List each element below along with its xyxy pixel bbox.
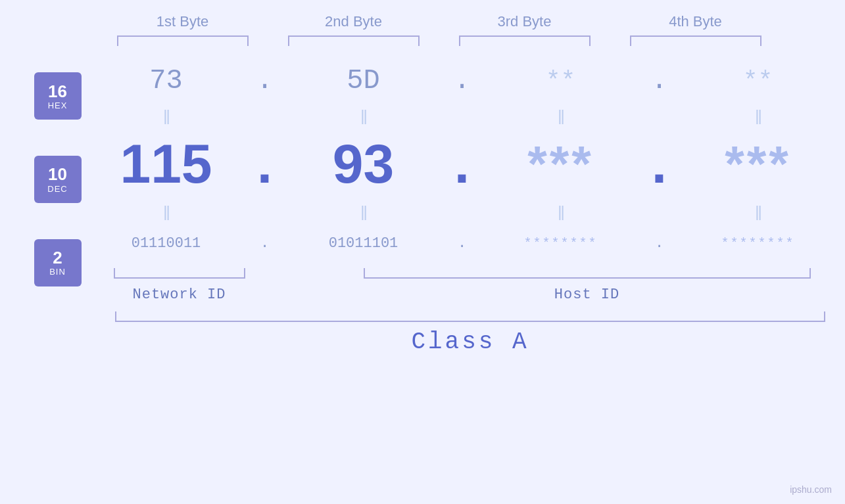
dec-dot2: . [449,132,475,196]
byte-header-1: 1st Byte [110,13,255,30]
top-bracket-4 [630,35,761,46]
bin-badge-number: 2 [53,248,62,267]
top-bracket-3 [459,35,591,46]
eq2-b4: || [686,202,831,221]
eq1-b1: || [94,106,239,125]
byte-header-4: 4th Byte [623,13,768,30]
bottom-bracket-host [364,268,811,279]
hex-dot1: . [252,65,278,97]
bin-b2: 01011101 [291,235,436,252]
hex-b4: ** [686,67,831,95]
hex-b2: 5D [291,65,436,97]
top-bracket-2 [288,35,420,46]
host-id-label: Host ID [357,286,817,303]
bin-b4: ******** [686,236,831,251]
eq1-b2: || [291,106,436,125]
byte-header-3: 3rd Byte [452,13,597,30]
dec-badge: 10 DEC [34,156,82,203]
bin-b3: ******** [489,236,633,251]
hex-dot2: . [449,65,475,97]
hex-badge-label: HEX [48,101,68,110]
bin-b1: 01110011 [94,235,239,252]
bin-dot3: . [646,235,673,252]
dec-b4: *** [686,139,831,189]
eq2-b1: || [94,202,239,221]
eq1-b3: || [489,106,633,125]
watermark: ipshu.com [790,484,832,495]
dec-b1: 115 [94,136,239,191]
bottom-bracket-1 [114,268,245,279]
bin-dot1: . [252,235,278,252]
hex-badge-number: 16 [48,82,67,101]
bin-badge: 2 BIN [34,239,82,286]
hex-badge: 16 HEX [34,72,82,120]
top-bracket-1 [117,35,249,46]
full-bottom-bracket [115,311,825,322]
hex-b1: 73 [94,65,239,97]
bin-badge-label: BIN [49,267,66,277]
dec-b3: *** [489,139,633,189]
network-id-label: Network ID [107,286,252,303]
dec-badge-label: DEC [47,184,67,194]
hex-b3: ** [489,67,633,95]
main-container: 1st Byte 2nd Byte 3rd Byte 4th Byte 16 H… [0,0,845,504]
class-a-label: Class A [115,329,825,355]
bin-dot2: . [449,235,475,252]
dec-dot1: . [252,132,278,196]
dec-b2: 93 [291,136,436,191]
dec-dot3: . [646,132,673,196]
hex-dot3: . [646,65,673,97]
eq2-b2: || [291,202,436,221]
eq1-b4: || [686,106,831,125]
eq2-b3: || [489,202,633,221]
dec-badge-number: 10 [48,165,67,184]
byte-header-2: 2nd Byte [281,13,426,30]
